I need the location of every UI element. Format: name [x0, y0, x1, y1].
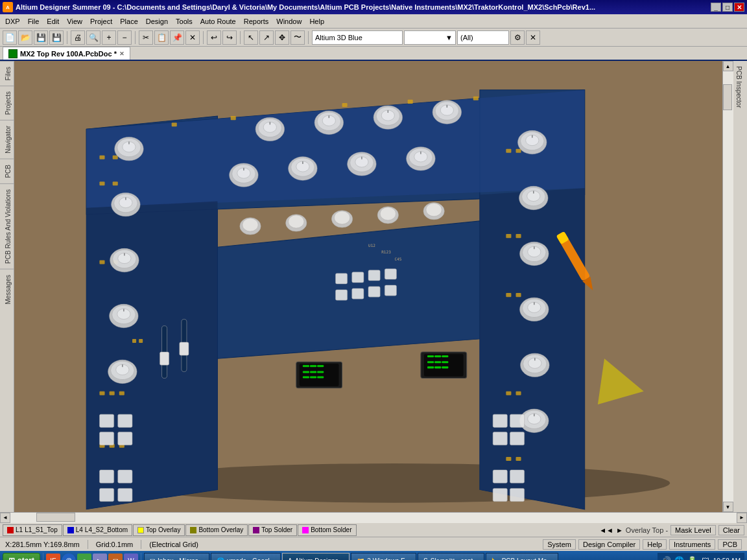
filter-dropdown[interactable]: (All) [457, 30, 509, 45]
pcb-doc-icon [8, 49, 18, 58]
left-tab-files[interactable]: Files [0, 61, 14, 86]
menu-window[interactable]: Window [272, 16, 305, 27]
new-btn[interactable]: 📄 [3, 30, 17, 45]
tray-icon-1[interactable]: 🔊 [661, 555, 672, 560]
doc-tab-close[interactable]: ✕ [119, 51, 124, 57]
save-all-btn[interactable]: 💾 [49, 30, 64, 45]
left-tab-navigator[interactable]: Navigator [0, 120, 14, 159]
horizontal-scrollbar[interactable]: ◄ ► [0, 512, 747, 522]
tray-icon-4[interactable]: 🛡 [700, 555, 711, 560]
paste-btn[interactable]: 📌 [170, 30, 184, 45]
title-bar: A Altium Designer Summer 09 - C:\Documen… [0, 0, 747, 14]
scroll-up-button[interactable]: ▲ [723, 61, 733, 71]
right-tab-label[interactable]: PCB Inspector [733, 61, 747, 113]
taskbar-item-4[interactable]: S Skype™ - capt... [418, 553, 484, 560]
taskbar-icon-5[interactable]: ✉ [108, 554, 123, 560]
zoom-in-btn[interactable]: + [102, 30, 116, 45]
pcb-canvas[interactable]: R123 C45 U12 [14, 61, 722, 512]
menu-design[interactable]: Design [142, 16, 172, 27]
menu-help[interactable]: Help [305, 16, 328, 27]
taskbar-item-2[interactable]: A Altium Designe... [282, 553, 350, 560]
layer-tab-bottomoverlay[interactable]: Bottom Overlay [185, 524, 248, 536]
scroll-down-button[interactable]: ▼ [723, 502, 733, 512]
svg-rect-141 [510, 414, 524, 427]
svg-rect-146 [493, 488, 507, 501]
menu-autoroute[interactable]: Auto Route [196, 16, 240, 27]
system-button[interactable]: System [543, 539, 576, 550]
left-tab-violations[interactable]: PCB Rules And Violations [0, 183, 14, 269]
filter-settings-btn[interactable]: ⚙ [510, 30, 525, 45]
layer-tab-bottomsolder[interactable]: Bottom Solder [298, 524, 356, 536]
redo-btn[interactable]: ↪ [222, 30, 237, 45]
toolbar: 📄 📂 💾 💾 🖨 🔍 + − ✂ 📋 📌 ✕ ↩ ↪ ↖ ↗ ✥ 〜 Alti… [0, 29, 747, 47]
svg-marker-7 [86, 202, 217, 509]
layer-tab-l1s1top[interactable]: L1 L1_S1_Top [3, 524, 62, 536]
cut-btn[interactable]: ✂ [139, 30, 153, 45]
svg-rect-134 [99, 432, 113, 445]
print-preview-btn[interactable]: 🔍 [86, 30, 101, 45]
taskbar-icon-4[interactable]: ▶ [93, 554, 107, 560]
taskbar-item-0[interactable]: ✉ Inbox - Micros... [144, 553, 209, 560]
menu-dxp[interactable]: DXP [1, 16, 24, 27]
scroll-thumb[interactable] [723, 84, 732, 110]
select-btn[interactable]: ↖ [244, 30, 258, 45]
zoom-out-btn[interactable]: − [117, 30, 132, 45]
start-button[interactable]: ⊞ start [3, 553, 40, 560]
scroll-left-button[interactable]: ◄ [0, 513, 10, 523]
print-btn[interactable]: 🖨 [71, 30, 85, 45]
h-scroll-track[interactable] [10, 513, 737, 523]
h-scroll-thumb[interactable] [36, 513, 75, 522]
design-compiler-button[interactable]: Design Compiler [578, 539, 640, 550]
menu-tools[interactable]: Tools [172, 16, 196, 27]
taskbar-sep-2 [141, 553, 141, 560]
taskbar-item-1[interactable]: 🌐 vmoda - Googl... [211, 553, 281, 560]
menu-reports[interactable]: Reports [240, 16, 273, 27]
instruments-button[interactable]: Instruments [669, 539, 715, 550]
menu-view[interactable]: View [63, 16, 86, 27]
taskbar-icon-1[interactable]: IE [46, 554, 60, 560]
scroll-layer-left[interactable]: ◄◄ [599, 526, 613, 534]
maximize-button[interactable]: □ [722, 3, 733, 12]
svg-rect-137 [118, 470, 132, 483]
mask-level-button[interactable]: Mask Level [670, 525, 716, 535]
undo-btn[interactable]: ↩ [207, 30, 221, 45]
layer-tab-topsolder[interactable]: Top Solder [248, 524, 297, 536]
pcb-button[interactable]: PCB [718, 539, 742, 550]
menu-project[interactable]: Project [86, 16, 116, 27]
tray-icon-2[interactable]: 🌐 [674, 555, 685, 560]
left-tab-messages[interactable]: Messages [0, 269, 14, 310]
move-btn[interactable]: ✥ [275, 30, 289, 45]
menu-edit[interactable]: Edit [43, 16, 63, 27]
help-button[interactable]: Help [643, 539, 667, 550]
layer-dropdown[interactable]: ▼ [404, 30, 456, 45]
route-btn[interactable]: 〜 [290, 30, 305, 45]
layer-tab-topoverlay[interactable]: Top Overlay [133, 524, 185, 536]
scroll-layer-right[interactable]: ► [616, 526, 623, 534]
svg-rect-145 [510, 470, 524, 483]
deselect-btn[interactable]: ↗ [259, 30, 274, 45]
delete-btn[interactable]: ✕ [185, 30, 200, 45]
save-btn[interactable]: 💾 [34, 30, 48, 45]
doc-tab-pcb[interactable]: MX2 Top Rev 100A.PcbDoc * ✕ [3, 47, 130, 60]
scroll-right-button[interactable]: ► [737, 513, 747, 523]
taskbar-item-5[interactable]: 📐 PCB Layout Ma... [486, 553, 558, 560]
taskbar-icon-2[interactable]: @ [62, 554, 76, 560]
layer-tab-l4s2bottom[interactable]: L4 L4_S2_Bottom [63, 524, 132, 536]
vertical-scrollbar[interactable]: ▲ ▼ [722, 61, 733, 512]
view-preset-dropdown[interactable]: Altium 3D Blue [312, 30, 403, 45]
menu-file[interactable]: File [24, 16, 43, 27]
tray-icon-3[interactable]: 🔋 [687, 555, 698, 560]
taskbar-icon-6[interactable]: W [124, 554, 138, 560]
taskbar-item-3[interactable]: 📁 2 Windows E... [351, 553, 416, 560]
minimize-button[interactable]: _ [711, 3, 721, 12]
scroll-track[interactable] [723, 71, 733, 502]
menu-place[interactable]: Place [116, 16, 142, 27]
open-btn[interactable]: 📂 [18, 30, 32, 45]
clear-button[interactable]: Clear [718, 525, 744, 535]
close-button[interactable]: ✕ [734, 3, 744, 12]
close-filter-btn[interactable]: ✕ [526, 30, 540, 45]
copy-btn[interactable]: 📋 [154, 30, 169, 45]
left-tab-pcb[interactable]: PCB [0, 159, 14, 183]
left-tab-projects[interactable]: Projects [0, 86, 14, 120]
taskbar-icon-3[interactable]: ♫ [77, 554, 91, 560]
